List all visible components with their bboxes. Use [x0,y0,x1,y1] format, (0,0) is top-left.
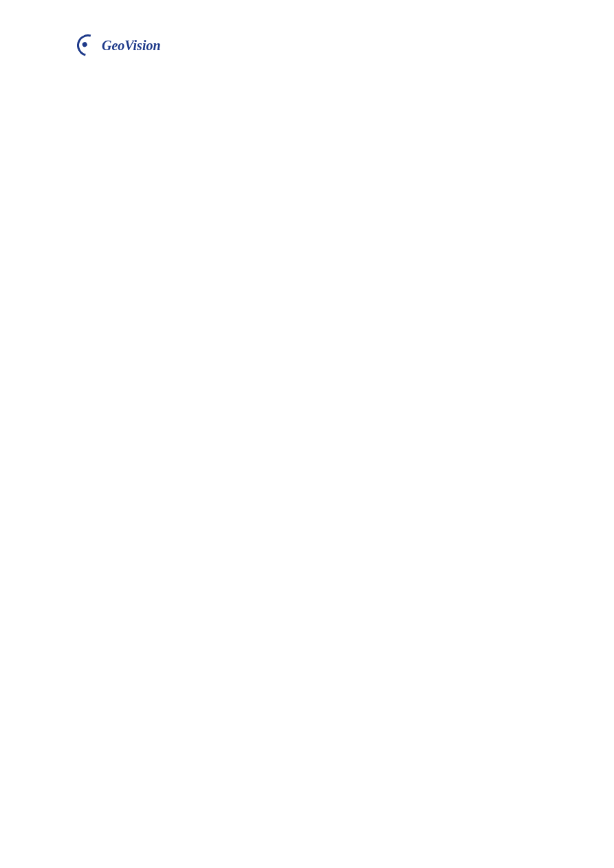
logo-text: GeoVision [102,38,161,52]
brand-logo: GeoVision [77,34,161,56]
logo-mark-icon [73,30,103,60]
